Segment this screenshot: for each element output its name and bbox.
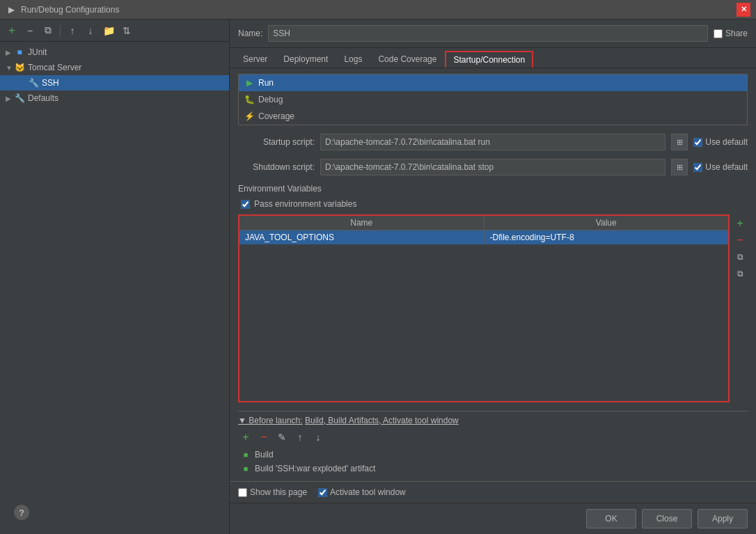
left-panel: + − ⧉ ↑ ↓ 📁 ⇅ ▶ ■ JUnit ▼ 🐱 Tomcat Serve… (0, 19, 230, 534)
shutdown-browse-button[interactable]: ⊞ (671, 159, 688, 175)
shutdown-script-row: Shutdown script: ⊞ Use default (238, 159, 748, 175)
shutdown-script-input[interactable] (320, 159, 666, 175)
tree-item-junit[interactable]: ▶ ■ JUnit (0, 45, 229, 60)
remove-config-button[interactable]: − (22, 23, 38, 38)
before-launch-label: Before launch: (249, 416, 302, 425)
mode-coverage[interactable]: ⚡ Coverage (239, 108, 747, 125)
tree-item-defaults[interactable]: ▶ 🔧 Defaults (0, 91, 229, 106)
title-bar: ▶ Run/Debug Configurations ✕ (0, 0, 756, 19)
arrow-icon: ▶ (6, 95, 14, 102)
env-table-row[interactable]: JAVA_TOOL_OPTIONS -Dfile.encoding=UTF-8 (239, 230, 728, 245)
env-vars-header: Environment Variables (238, 184, 748, 194)
env-table-actions: + − ⧉ ⧉ (732, 214, 748, 402)
shutdown-use-default-checkbox[interactable] (693, 163, 702, 172)
ssh-icon: 🔧 (28, 77, 39, 88)
env-table-header-value: Value (484, 216, 728, 230)
run-icon: ▶ (244, 78, 254, 88)
left-toolbar: + − ⧉ ↑ ↓ 📁 ⇅ (0, 19, 229, 42)
name-input[interactable] (268, 25, 708, 42)
arrow-icon: ▼ (6, 64, 14, 72)
env-paste-button[interactable]: ⧉ (732, 266, 748, 281)
share-checkbox[interactable] (714, 29, 723, 38)
bl-down-button[interactable]: ↓ (310, 430, 326, 445)
share-label: Share (725, 29, 748, 38)
run-label: Run (258, 78, 274, 88)
pass-env-checkbox[interactable] (241, 200, 250, 209)
apply-button[interactable]: Apply (698, 509, 748, 528)
defaults-icon: 🔧 (14, 93, 25, 104)
startup-browse-button[interactable]: ⊞ (671, 134, 688, 150)
env-table-header-name: Name (239, 216, 484, 230)
before-launch-toolbar: + − ✎ ↑ ↓ (238, 430, 748, 445)
env-table-wrapper: Name Value JAVA_TOOL_OPTIONS -Dfile.enco… (238, 214, 730, 402)
show-this-page-checkbox[interactable] (238, 488, 247, 497)
tomcat-icon: 🐱 (14, 62, 25, 73)
tab-server[interactable]: Server (235, 51, 275, 68)
tab-startup-connection[interactable]: Startup/Connection (445, 51, 533, 68)
coverage-icon: ⚡ (244, 111, 254, 121)
env-value-cell: -Dfile.encoding=UTF-8 (484, 230, 728, 245)
show-this-page-label: Show this page (250, 487, 307, 497)
bl-edit-button[interactable]: ✎ (274, 430, 290, 445)
name-row: Name: Share (230, 19, 756, 48)
shutdown-script-label: Shutdown script: (238, 162, 315, 172)
startup-use-default-checkbox[interactable] (693, 138, 702, 147)
junit-icon: ■ (14, 47, 25, 58)
startup-script-label: Startup script: (238, 137, 315, 147)
tab-logs[interactable]: Logs (336, 51, 370, 68)
window-controls: ✕ (737, 3, 750, 17)
toolbar-separator (60, 25, 61, 36)
activate-tool-window-checkbox[interactable] (318, 488, 327, 497)
bl-add-button[interactable]: + (238, 430, 253, 445)
app-icon: ▶ (6, 4, 17, 15)
tab-content: ▶ Run 🐛 Debug ⚡ Coverage Startup script:… (230, 68, 756, 481)
startup-use-default-label: Use default (705, 137, 748, 147)
close-window-button[interactable]: ✕ (737, 3, 750, 17)
ok-button[interactable]: OK (586, 509, 636, 528)
close-button[interactable]: Close (642, 509, 692, 528)
tab-deployment[interactable]: Deployment (276, 51, 336, 68)
help-button[interactable]: ? (14, 505, 29, 520)
bl-item-artifact[interactable]: ■ Build 'SSH:war exploded' artifact (241, 462, 748, 476)
bl-remove-button[interactable]: − (256, 430, 271, 445)
move-down-button[interactable]: ↓ (83, 23, 98, 38)
before-launch-sublabel: Build, Build Artifacts, Activate tool wi… (305, 416, 459, 425)
name-label: Name: (238, 29, 262, 38)
before-launch-section: ▼ Before launch: Build, Build Artifacts,… (238, 411, 748, 476)
ssh-label: SSH (42, 78, 59, 88)
before-launch-header: ▼ Before launch: Build, Build Artifacts,… (238, 416, 748, 425)
folder-button[interactable]: 📁 (101, 23, 116, 38)
activate-tool-window-row: Activate tool window (318, 487, 406, 497)
sort-button[interactable]: ⇅ (119, 23, 134, 38)
bl-item-artifact-label: Build 'SSH:war exploded' artifact (255, 464, 375, 473)
copy-config-button[interactable]: ⧉ (40, 23, 56, 38)
bl-item-build[interactable]: ■ Build (241, 448, 748, 462)
tree-item-tomcat[interactable]: ▼ 🐱 Tomcat Server (0, 60, 229, 75)
window-title: Run/Debug Configurations (21, 5, 737, 15)
env-copy-button[interactable]: ⧉ (732, 249, 748, 265)
bl-item-build-label: Build (255, 450, 274, 460)
tabs-bar: Server Deployment Logs Code Coverage Sta… (230, 48, 756, 68)
startup-script-input[interactable] (320, 134, 666, 150)
mode-debug[interactable]: 🐛 Debug (239, 91, 747, 108)
move-up-button[interactable]: ↑ (65, 23, 80, 38)
env-add-button[interactable]: + (732, 216, 748, 231)
shutdown-use-default-label: Use default (705, 162, 748, 172)
main-container: + − ⧉ ↑ ↓ 📁 ⇅ ▶ ■ JUnit ▼ 🐱 Tomcat Serve… (0, 19, 756, 534)
add-config-button[interactable]: + (4, 23, 19, 38)
before-launch-underline: ▼ Before launch: (238, 416, 303, 425)
share-checkbox-row: Share (714, 29, 748, 38)
env-name-cell: JAVA_TOOL_OPTIONS (239, 230, 484, 245)
coverage-label: Coverage (258, 111, 294, 121)
pass-env-row: Pass environment variables (238, 199, 748, 209)
env-remove-button[interactable]: − (732, 233, 748, 248)
mode-run[interactable]: ▶ Run (239, 74, 747, 91)
tree-item-ssh[interactable]: 🔧 SSH (0, 75, 229, 91)
artifact-icon: ■ (241, 464, 251, 473)
bl-up-button[interactable]: ↑ (292, 430, 308, 445)
tab-code-coverage[interactable]: Code Coverage (370, 51, 444, 68)
env-table: Name Value JAVA_TOOL_OPTIONS -Dfile.enco… (239, 216, 728, 244)
before-launch-items: ■ Build ■ Build 'SSH:war exploded' artif… (238, 448, 748, 476)
defaults-label: Defaults (28, 93, 58, 103)
dialog-footer: OK Close Apply (230, 503, 756, 534)
